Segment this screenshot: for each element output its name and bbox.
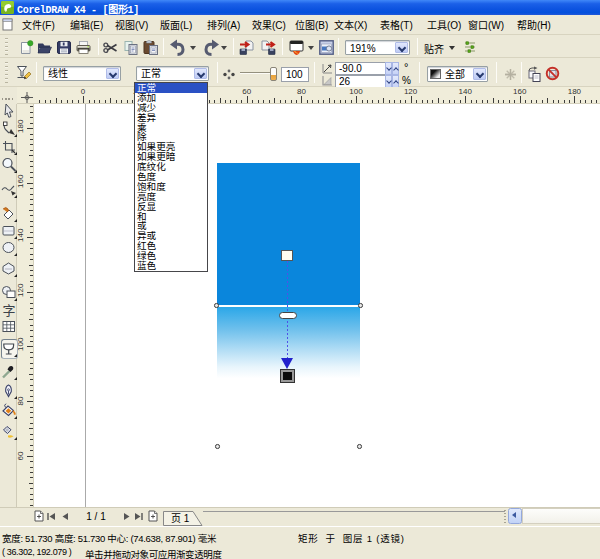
svg-text:页 1: 页 1: [171, 513, 190, 524]
svg-text:字: 字: [3, 300, 16, 319]
